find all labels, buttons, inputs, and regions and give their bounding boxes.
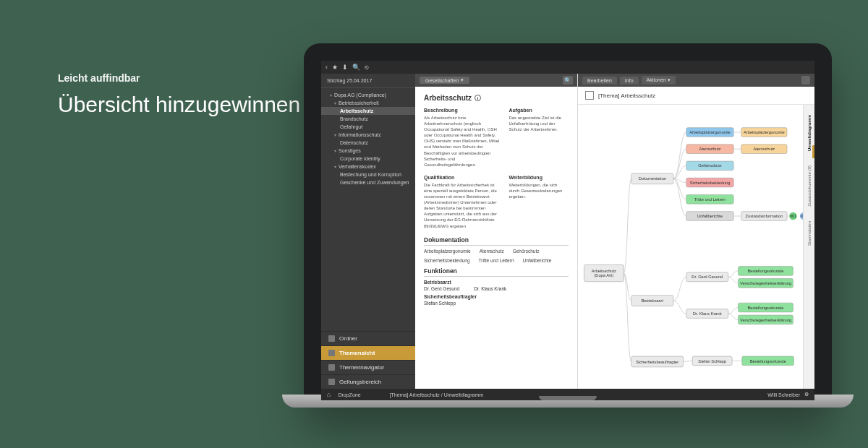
doc-tag[interactable]: Sicherheitsbekleidung [424,258,470,263]
side-tabs: Umweltdiagramm Zusatzdokumente (0) Stamm… [803,105,814,389]
doc-tag[interactable]: Tritte und Leitern [479,258,514,263]
svg-text:Arbeitsplatzergonomie: Arbeitsplatzergonomie [689,130,731,134]
date-filter[interactable]: Stichtag 25.04.2017 [321,74,415,88]
func-label: Betriebsarzt [424,280,569,285]
current-user[interactable]: Willi Schreiber [767,392,800,397]
gear-icon[interactable]: ⚙ [804,392,809,397]
svg-text:Dokumentation: Dokumentation [639,176,666,181]
section-body: Das angestrebte Ziel ist die Unfallverhü… [509,115,569,132]
section-body: Als Arbeitsschutz bzw. Arbeitnehmerschut… [424,115,501,168]
mindmap-diagram[interactable]: Arbeitsschutz(Dopa AG)DokumentationBetri… [578,105,814,389]
func-value: Dr. Gerd Gesund [424,286,459,291]
svg-text:Unfallberichte: Unfallberichte [697,214,723,218]
nav-item[interactable]: Geltungsbereich [321,374,415,389]
logout-icon[interactable]: ⎋ [365,64,368,71]
nav-icon [328,350,335,356]
svg-text:Arbeitsplatzergonomie: Arbeitsplatzergonomie [744,130,785,134]
svg-text:(Dopa AG): (Dopa AG) [594,273,613,277]
func-value: Stefan Schlepp [424,301,456,306]
tree-item[interactable]: Arbeitsschutz [321,107,415,115]
svg-text:Sicherheitsbeauftragter: Sicherheitsbeauftragter [636,360,678,364]
section-title: Dokumentation [424,236,569,246]
svg-text:Atemschutz: Atemschutz [699,147,721,151]
tree-root[interactable]: Dopa AG (Compliance) [321,91,415,99]
info-icon[interactable]: i [475,95,481,101]
topic-icon [585,91,594,100]
tree-group[interactable]: Betriebssicherheit [321,99,415,107]
search-icon[interactable]: 🔍 [352,64,360,71]
svg-text:Bestellungsurkunde: Bestellungsurkunde [747,269,783,273]
svg-text:Arbeitsschutz: Arbeitsschutz [592,269,616,273]
tab-info[interactable]: Info [620,77,639,85]
nav-icon [328,335,335,342]
svg-text:Betriebsarzt: Betriebsarzt [642,298,664,303]
download-icon[interactable]: ⬇ [342,64,348,71]
svg-text:Dr. Klaus Krank: Dr. Klaus Krank [693,311,722,316]
sidetab-docs[interactable]: Zusatzdokumente (0) [807,163,812,210]
svg-text:Tritte und Leitern: Tritte und Leitern [694,197,726,202]
tree-item[interactable]: Brandschutz [321,115,415,123]
folder-icon[interactable] [801,76,810,85]
doc-tag[interactable]: Atemschutz [480,249,504,254]
svg-text:Gehörschutz: Gehörschutz [698,163,721,168]
section-heading: Aufgaben [509,108,569,113]
tree-item[interactable]: Corporate Identity [321,155,415,163]
svg-text:Atemschutz: Atemschutz [754,147,775,151]
svg-text:Verschwiegenheitserklärung: Verschwiegenheitserklärung [740,318,791,322]
topic-tree: Dopa AG (Compliance) BetriebssicherheitA… [321,88,415,331]
section-heading: Weiterbildung [509,175,569,180]
tree-group[interactable]: Informationsschutz [321,131,415,139]
tree-group[interactable]: Verhaltenskodex [321,163,415,171]
svg-text:Sicherheitsbekleidung: Sicherheitsbekleidung [690,181,731,185]
nav-icon [328,379,335,385]
dropzone-label[interactable]: DropZone [338,392,360,397]
breadcrumb: [Thema] Arbeitsschutz / Umweltdiagramm [390,392,484,397]
nav-item[interactable]: Ordner [321,331,415,345]
func-value: Dr. Klaus Krank [474,286,506,291]
tree-item[interactable]: Datenschutz [321,139,415,147]
diagram-column: Bearbeiten Info Aktionen ▾ [Thema] Arbei… [578,74,814,389]
detail-column: Gesellschaften▾ 🔍 Arbeitsschutz i [415,74,578,389]
section-heading: Qualifikation [424,175,501,180]
section-heading: Beschreibung [424,108,501,113]
home-icon[interactable]: ⌂ [327,391,331,398]
diagram-heading: [Thema] Arbeitsschutz [598,92,655,99]
svg-text:Zustandsinformation: Zustandsinformation [746,214,783,218]
app-toolbar: ‹ ★ ⬇ 🔍 ⎋ [321,61,814,74]
tree-group[interactable]: Sonstiges [321,147,415,155]
section-title: Funktionen [424,267,569,277]
star-icon[interactable]: ★ [332,64,338,71]
doc-title: Arbeitsschutz i [424,94,569,102]
doc-tag[interactable]: Gehörschutz [513,249,540,254]
section-body: Weiterbildungen, die sich durch Gesetzes… [509,182,569,199]
diagram-toolbar: Bearbeiten Info Aktionen ▾ [578,74,814,87]
tree-item[interactable]: Geschenke und Zuwendungen [321,178,415,186]
sidetab-master[interactable]: Stammdaten [807,218,812,249]
func-label: Sicherheitsbeauftragter [424,294,569,299]
nav-item[interactable]: Themensicht [321,345,415,360]
svg-text:Bestellungsurkunde: Bestellungsurkunde [747,306,783,310]
tab-actions[interactable]: Aktionen ▾ [642,76,676,85]
sidebar: Stichtag 25.04.2017 Dopa AG (Compliance)… [321,74,415,389]
section-body: Die Fachkraft für Arbeitssicherheit ist … [424,182,501,229]
svg-text:Stefan Schlepp: Stefan Schlepp [698,359,726,363]
detail-toolbar: Gesellschaften▾ 🔍 [415,74,577,87]
svg-text:Dr. Gerd Gesund: Dr. Gerd Gesund [692,275,723,279]
doc-tag[interactable]: Unfallberichte [523,258,552,263]
tree-item[interactable]: Gefahrgut [321,123,415,131]
company-filter[interactable]: Gesellschaften▾ [420,77,469,84]
svg-text:Bestellungsurkunde: Bestellungsurkunde [750,359,786,363]
back-icon[interactable]: ‹ [326,64,328,71]
tree-item[interactable]: Bestechung und Korruption [321,171,415,178]
svg-text:Verschwiegenheitserklärung: Verschwiegenheitserklärung [740,281,791,285]
svg-text:001: 001 [790,214,797,218]
nav-item[interactable]: Themennavigator [321,360,415,374]
app-window: ‹ ★ ⬇ 🔍 ⎋ Stichtag 25.04.2017 Dopa AG (C… [321,61,814,400]
nav-icon [328,364,335,371]
laptop-mockup: ‹ ★ ⬇ 🔍 ⎋ Stichtag 25.04.2017 Dopa AG (C… [304,43,832,408]
doc-tag[interactable]: Arbeitsplatzergonomie [424,249,471,254]
sidetab-diagram[interactable]: Umweltdiagramm [807,112,812,154]
tab-edit[interactable]: Bearbeiten [582,77,617,85]
detail-search-icon[interactable]: 🔍 [563,76,573,85]
